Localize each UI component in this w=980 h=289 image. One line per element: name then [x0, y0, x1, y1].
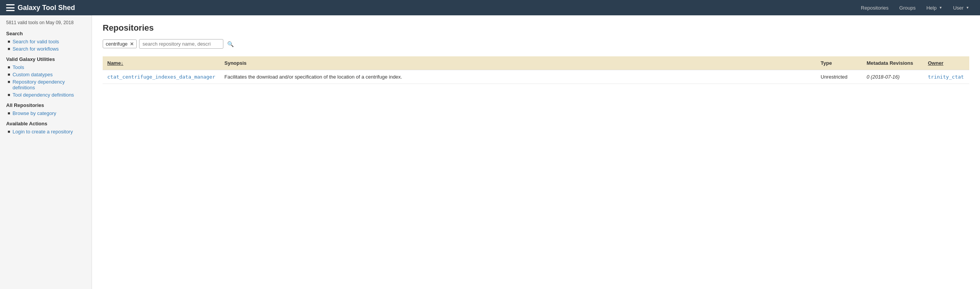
- brand-icon: [6, 4, 15, 11]
- cell-type: Unrestricted: [816, 70, 862, 84]
- search-tag: centrifuge ✕: [103, 39, 137, 48]
- sidebar-stats: 5811 valid tools on May 09, 2018: [6, 20, 85, 25]
- search-tag-label: centrifuge: [106, 41, 128, 47]
- nav-link-groups[interactable]: Groups: [895, 2, 920, 14]
- search-bar: centrifuge ✕ 🔍: [103, 39, 969, 49]
- col-header-name: Name↓: [103, 56, 220, 70]
- bullet-icon: ■: [8, 46, 10, 51]
- sidebar: 5811 valid tools on May 09, 2018 Search …: [0, 15, 92, 289]
- sidebar-link-login-create[interactable]: Login to create a repository: [13, 129, 73, 135]
- repo-name-link[interactable]: ctat_centrifuge_indexes_data_manager: [107, 74, 215, 80]
- bullet-icon: ■: [8, 111, 10, 115]
- sidebar-item-browse-category[interactable]: ■ Browse by category: [6, 110, 85, 116]
- cell-repo-name: ctat_centrifuge_indexes_data_manager: [103, 70, 220, 84]
- sidebar-section-all-repos: All Repositories: [6, 102, 85, 108]
- bullet-icon: ■: [8, 129, 10, 134]
- sidebar-section-utilities: Valid Galaxy Utilities: [6, 56, 85, 62]
- brand-title: Galaxy Tool Shed: [18, 4, 75, 12]
- repositories-table: Name↓ Synopsis Type Metadata Revisions: [103, 56, 969, 84]
- sidebar-link-custom-datatypes[interactable]: Custom datatypes: [13, 72, 53, 77]
- nav-menu: Repositories Groups Help ▼ User ▼: [856, 2, 974, 14]
- chevron-down-icon: ▼: [939, 6, 942, 10]
- col-header-type: Type: [816, 56, 862, 70]
- nav-item-groups[interactable]: Groups: [895, 2, 920, 14]
- nav-dropdown-user[interactable]: User ▼: [949, 2, 974, 14]
- col-header-metadata: Metadata Revisions: [862, 56, 923, 70]
- main-content: Repositories centrifuge ✕ 🔍 Name↓: [92, 15, 980, 289]
- page-layout: 5811 valid tools on May 09, 2018 Search …: [0, 15, 980, 289]
- search-button[interactable]: 🔍: [226, 40, 235, 48]
- col-sort-name[interactable]: Name↓: [107, 60, 123, 66]
- bullet-icon: ■: [8, 65, 10, 69]
- sidebar-item-login-create[interactable]: ■ Login to create a repository: [6, 129, 85, 135]
- sidebar-item-valid-tools[interactable]: ■ Search for valid tools: [6, 39, 85, 44]
- cell-synopsis: Facilitates the download and/or specific…: [220, 70, 816, 84]
- sidebar-link-repo-deps[interactable]: Repository dependency definitions: [13, 79, 85, 90]
- search-icon: 🔍: [227, 41, 234, 47]
- bullet-icon: ■: [8, 79, 10, 84]
- col-header-synopsis: Synopsis: [220, 56, 816, 70]
- chevron-down-icon: ▼: [966, 6, 969, 10]
- sidebar-section-search: Search: [6, 31, 85, 36]
- sidebar-item-tool-deps[interactable]: ■ Tool dependency definitions: [6, 92, 85, 98]
- table-row: ctat_centrifuge_indexes_data_manager Fac…: [103, 70, 969, 84]
- sidebar-link-workflows[interactable]: Search for workflows: [13, 46, 59, 52]
- nav-link-repositories[interactable]: Repositories: [856, 2, 893, 14]
- sidebar-link-tools[interactable]: Tools: [13, 64, 24, 70]
- owner-link[interactable]: trinity_ctat: [928, 74, 964, 80]
- page-title: Repositories: [103, 23, 969, 33]
- cell-owner: trinity_ctat: [923, 70, 969, 84]
- sidebar-item-custom-datatypes[interactable]: ■ Custom datatypes: [6, 72, 85, 77]
- nav-dropdown-help[interactable]: Help ▼: [922, 2, 947, 14]
- search-input[interactable]: [139, 39, 223, 49]
- nav-item-repositories[interactable]: Repositories: [856, 2, 893, 14]
- sidebar-item-repo-deps[interactable]: ■ Repository dependency definitions: [6, 79, 85, 90]
- bullet-icon: ■: [8, 72, 10, 77]
- search-tag-close[interactable]: ✕: [130, 41, 134, 47]
- sidebar-link-valid-tools[interactable]: Search for valid tools: [13, 39, 59, 44]
- sidebar-link-browse-category[interactable]: Browse by category: [13, 110, 56, 116]
- bullet-icon: ■: [8, 92, 10, 97]
- nav-item-user[interactable]: User ▼: [949, 2, 974, 14]
- cell-metadata-revisions: 0 (2018-07-16): [862, 70, 923, 84]
- navbar: Galaxy Tool Shed Repositories Groups Hel…: [0, 0, 980, 15]
- sidebar-item-tools[interactable]: ■ Tools: [6, 64, 85, 70]
- bullet-icon: ■: [8, 39, 10, 44]
- sidebar-link-tool-deps[interactable]: Tool dependency definitions: [13, 92, 74, 98]
- table-header-row: Name↓ Synopsis Type Metadata Revisions: [103, 56, 969, 70]
- col-header-owner: Owner: [923, 56, 969, 70]
- sidebar-section-actions: Available Actions: [6, 121, 85, 126]
- col-sort-owner[interactable]: Owner: [928, 60, 943, 66]
- brand-link[interactable]: Galaxy Tool Shed: [6, 4, 75, 12]
- nav-item-help[interactable]: Help ▼: [922, 2, 947, 14]
- sidebar-item-workflows[interactable]: ■ Search for workflows: [6, 46, 85, 52]
